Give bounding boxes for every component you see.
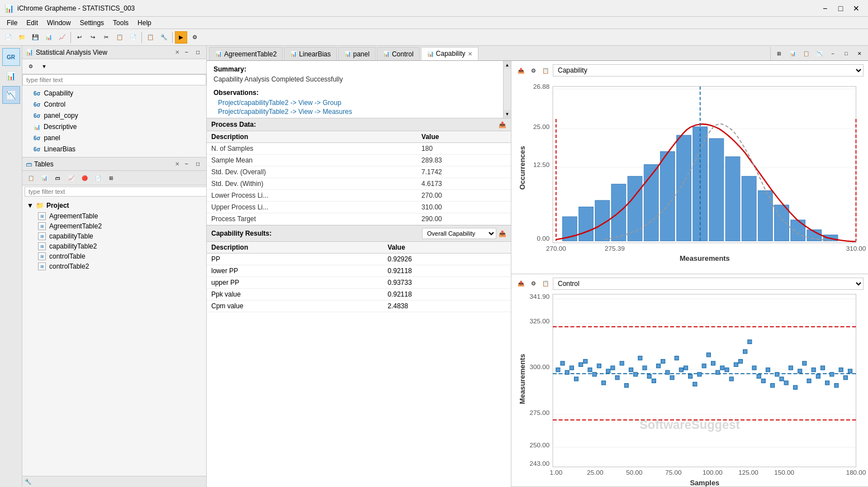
table-item-agreement2[interactable]: ⊞ AgreementTable2: [22, 221, 206, 231]
tb-btn-4[interactable]: 📊: [42, 31, 55, 44]
tb-btn-7[interactable]: 🔧: [158, 31, 170, 44]
tables-filter-input[interactable]: [25, 187, 206, 197]
tb-btn-cut[interactable]: ✂: [100, 31, 112, 44]
maximize-button[interactable]: □: [833, 1, 848, 16]
capability-results-select[interactable]: Overall Capability Within Capability: [422, 228, 496, 239]
ctrl-chart-btn-1[interactable]: 📤: [516, 279, 526, 289]
svg-rect-79: [684, 366, 688, 370]
analysis-maximize-btn[interactable]: □: [193, 47, 203, 58]
tables-tb-1[interactable]: 📋: [25, 172, 37, 184]
tb-btn-3[interactable]: 💾: [29, 31, 41, 44]
analysis-tb-2[interactable]: ▼: [38, 60, 50, 73]
toolbar-separator-3: [172, 32, 173, 43]
process-row-val: 270.00: [417, 190, 511, 202]
tab-capability[interactable]: 📊 Capability ✕: [421, 47, 478, 60]
analysis-minimize-btn[interactable]: −: [182, 47, 192, 58]
svg-rect-72: [652, 379, 656, 383]
tb-btn-2[interactable]: 📁: [16, 31, 28, 44]
tb-btn-run[interactable]: ▶: [175, 31, 187, 44]
capability-chart-select[interactable]: Capability: [553, 64, 864, 77]
svg-rect-69: [638, 356, 642, 360]
tables-tb-7[interactable]: ⊞: [105, 172, 117, 184]
tb-btn-1[interactable]: 📄: [2, 31, 15, 44]
process-data-export-btn[interactable]: 📤: [499, 121, 506, 128]
tree-item-linearbias[interactable]: 6σ LinearBias: [22, 144, 206, 155]
table-item-control[interactable]: ⊞ controlTable: [22, 251, 206, 261]
minimize-button[interactable]: −: [818, 1, 832, 16]
capability-results-export-btn[interactable]: 📤: [499, 230, 506, 237]
tab-linearbias[interactable]: 📊 LinearBias: [284, 47, 337, 60]
tables-tb-5[interactable]: 🔴: [78, 172, 91, 184]
view-btn-7[interactable]: ✕: [853, 47, 866, 60]
tab-agreement2[interactable]: 📊 AgreementTable2: [209, 47, 283, 60]
tables-maximize-btn[interactable]: □: [193, 159, 203, 169]
view-btn-4[interactable]: 📉: [813, 47, 826, 60]
analysis-view-icon: 📊: [26, 49, 34, 56]
tree-item-control[interactable]: 6σ Control: [22, 99, 206, 110]
view-btn-2[interactable]: 📊: [786, 47, 799, 60]
cap-row-desc: Cpm value: [207, 300, 383, 312]
obs-link-2[interactable]: Project/capabilityTable2 -> View -> Meas…: [218, 108, 500, 116]
svg-rect-94: [752, 366, 756, 370]
view-btn-1[interactable]: ⊞: [773, 47, 785, 60]
svg-rect-17: [677, 135, 691, 241]
tables-tb-2[interactable]: 📊: [38, 172, 50, 184]
process-row-val: 290.00: [417, 213, 511, 225]
tables-tb-4[interactable]: 📈: [65, 172, 77, 184]
ctrl-chart-btn-2[interactable]: ⚙: [528, 279, 538, 289]
cap-chart-btn-2[interactable]: ⚙: [528, 65, 538, 75]
summary-scroll-area[interactable]: Summary: Capability Analysis Completed S…: [207, 61, 511, 118]
svg-rect-85: [711, 361, 715, 365]
menu-window[interactable]: Window: [42, 18, 75, 28]
table-item-capability2[interactable]: ⊞ capabilityTable2: [22, 241, 206, 251]
tab-panel[interactable]: 📊 panel: [338, 47, 376, 60]
close-button[interactable]: ✕: [849, 1, 864, 16]
icon-btn-gr[interactable]: GR: [2, 48, 20, 66]
view-btn-5[interactable]: −: [827, 47, 839, 60]
tab-control[interactable]: 📊 Control: [377, 47, 420, 60]
tab-icon: 📊: [290, 51, 297, 57]
ctrl-chart-btn-3[interactable]: 📋: [540, 279, 551, 289]
svg-rect-102: [789, 366, 793, 370]
view-btn-3[interactable]: 📋: [800, 47, 812, 60]
tree-item-descriptive[interactable]: 📊 Descriptive: [22, 121, 206, 132]
cap-chart-btn-3[interactable]: 📋: [540, 65, 551, 75]
icon-btn-chart[interactable]: 📊: [2, 67, 20, 85]
project-folder[interactable]: ▼ 📁 Project: [22, 200, 206, 211]
tables-tb-6[interactable]: 📄: [92, 172, 104, 184]
tab-close-icon[interactable]: ✕: [468, 51, 472, 57]
control-chart-select[interactable]: Control: [553, 278, 864, 290]
tb-btn-6[interactable]: 📋: [144, 31, 156, 44]
table-item-control2[interactable]: ⊞ controlTable2: [22, 261, 206, 271]
menu-settings[interactable]: Settings: [75, 18, 108, 28]
icon-btn-analysis[interactable]: 📉: [2, 86, 20, 104]
menu-file[interactable]: File: [2, 18, 22, 28]
tree-item-panel-copy[interactable]: 6σ panel_copy: [22, 110, 206, 121]
table-item-agreement[interactable]: ⊞ AgreementTable: [22, 211, 206, 221]
analysis-tb-1[interactable]: ⚙: [25, 60, 37, 73]
observations-list: Project/capabilityTable2 -> View -> Grou…: [214, 99, 500, 116]
tree-item-capability[interactable]: 6σ Capability: [22, 88, 206, 99]
process-row-val: 7.1742: [417, 166, 511, 178]
tb-btn-config[interactable]: ⚙: [188, 31, 201, 44]
obs-link-1[interactable]: Project/capabilityTable2 -> View -> Grou…: [218, 99, 500, 107]
cap-col-desc: Description: [207, 242, 383, 254]
tree-item-panel[interactable]: 6σ panel: [22, 132, 206, 144]
tables-minimize-btn[interactable]: −: [182, 159, 192, 169]
scroll-up-btn[interactable]: ▲: [504, 61, 511, 69]
tb-btn-undo[interactable]: ↩: [73, 31, 86, 44]
menu-edit[interactable]: Edit: [22, 18, 42, 28]
tb-btn-paste[interactable]: 📄: [127, 31, 139, 44]
cap-chart-btn-1[interactable]: 📤: [516, 65, 526, 75]
capability-table-row: Ppk value0.92118: [207, 289, 511, 300]
view-btn-6[interactable]: □: [840, 47, 852, 60]
menu-help[interactable]: Help: [133, 18, 156, 28]
tb-btn-redo[interactable]: ↪: [87, 31, 99, 44]
menu-tools[interactable]: Tools: [108, 18, 133, 28]
table-item-capability[interactable]: ⊞ capabilityTable: [22, 231, 206, 241]
tables-tb-3[interactable]: 🗃: [51, 172, 64, 184]
analysis-filter-input[interactable]: [22, 74, 206, 85]
tb-btn-5[interactable]: 📈: [56, 31, 68, 44]
tb-btn-copy[interactable]: 📋: [113, 31, 126, 44]
scroll-down-btn[interactable]: ▼: [504, 110, 511, 118]
